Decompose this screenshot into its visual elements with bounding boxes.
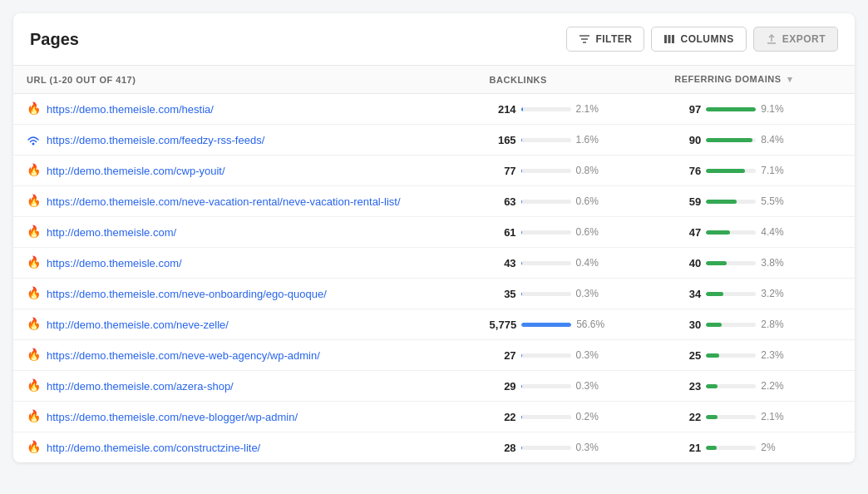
domains-bar-container — [706, 138, 756, 142]
domains-cell: 302.8% — [661, 309, 855, 340]
favicon-icon: 🔥 — [27, 195, 40, 208]
table-row: 🔥https://demo.themeisle.com/neve-blogger… — [13, 402, 855, 432]
favicon-icon: 🔥 — [27, 348, 40, 362]
url-cell: 🔥https://demo.themeisle.com/neve-onboard… — [13, 279, 476, 309]
col-header-domains[interactable]: REFERRING DOMAINS ▾ — [661, 66, 855, 94]
backlinks-number: 61 — [490, 226, 516, 239]
url-link[interactable]: https://demo.themeisle.com/neve-vacation… — [47, 195, 401, 208]
backlinks-pct: 0.3% — [576, 349, 606, 361]
backlinks-bar-container — [521, 261, 571, 265]
table-row: 🔥https://demo.themeisle.com/430.4%403.8% — [13, 248, 855, 279]
favicon-icon: 🔥 — [27, 102, 40, 116]
domains-bar-container — [706, 261, 756, 265]
domains-number: 59 — [674, 195, 701, 208]
backlinks-pct: 0.6% — [576, 195, 606, 207]
favicon-icon: 🔥 — [27, 441, 40, 454]
backlinks-bar-container — [521, 138, 571, 142]
domains-bar-fill — [706, 292, 723, 296]
domains-cell: 403.8% — [661, 248, 855, 279]
backlinks-number: 35 — [490, 288, 516, 300]
url-link[interactable]: http://demo.themeisle.com/ — [47, 226, 176, 239]
table-header: URL (1-20 OUT OF 417) BACKLINKS REFERRIN… — [13, 66, 855, 94]
backlinks-bar-fill — [521, 323, 571, 327]
domains-number: 21 — [674, 442, 701, 454]
domains-pct: 2% — [761, 442, 791, 453]
svg-rect-4 — [668, 35, 671, 43]
backlinks-cell: 280.3% — [476, 432, 662, 463]
table-row: 🔥https://demo.themeisle.com/neve-web-age… — [13, 340, 855, 371]
backlinks-bar-fill — [521, 169, 522, 173]
backlinks-pct: 0.3% — [576, 380, 606, 392]
col-header-url: URL (1-20 OUT OF 417) — [13, 66, 476, 94]
url-cell: 🔥http://demo.themeisle.com/ — [13, 217, 476, 248]
domains-bar-container — [706, 200, 756, 204]
backlinks-pct: 0.8% — [576, 165, 606, 176]
url-link[interactable]: https://demo.themeisle.com/ — [47, 257, 182, 269]
url-link[interactable]: http://demo.themeisle.com/azera-shop/ — [47, 380, 234, 393]
favicon-icon: 🔥 — [27, 164, 40, 177]
backlinks-cell: 5,77556.6% — [476, 309, 662, 340]
domains-pct: 2.2% — [761, 380, 791, 392]
url-link[interactable]: http://demo.themeisle.com/constructzine-… — [47, 442, 260, 454]
domains-number: 76 — [674, 165, 701, 177]
backlinks-pct: 2.1% — [576, 103, 606, 115]
domains-bar-fill — [706, 200, 736, 204]
backlinks-number: 27 — [490, 349, 516, 362]
domains-bar-fill — [706, 353, 718, 358]
url-link[interactable]: https://demo.themeisle.com/neve-blogger/… — [47, 411, 298, 423]
backlinks-bar-container — [521, 415, 571, 419]
url-link[interactable]: https://demo.themeisle.com/neve-onboardi… — [47, 288, 327, 300]
domains-cell: 232.2% — [661, 371, 855, 402]
domains-number: 23 — [674, 380, 701, 393]
filter-button[interactable]: FILTER — [566, 27, 644, 52]
favicon-icon: 🔥 — [27, 256, 40, 269]
domains-cell: 252.3% — [661, 340, 855, 371]
backlinks-pct: 0.2% — [576, 411, 606, 422]
domains-number: 47 — [674, 226, 701, 239]
domains-cell: 767.1% — [661, 156, 855, 186]
favicon-icon: 🔥 — [27, 287, 40, 300]
table-row: 🔥https://demo.themeisle.com/neve-vacatio… — [13, 186, 855, 217]
url-link[interactable]: http://demo.themeisle.com/cwp-youit/ — [47, 165, 225, 177]
columns-icon — [663, 33, 675, 45]
domains-cell: 474.4% — [661, 217, 855, 248]
toolbar: FILTER COLUMNS EXPORT — [566, 27, 838, 52]
domains-bar-container — [706, 384, 756, 388]
domains-bar-fill — [706, 446, 717, 450]
domains-cell: 979.1% — [661, 94, 855, 125]
col-header-backlinks: BACKLINKS — [476, 66, 662, 94]
backlinks-number: 165 — [490, 134, 516, 146]
backlinks-bar-fill — [521, 230, 522, 235]
domains-number: 90 — [674, 134, 701, 146]
url-link[interactable]: https://demo.themeisle.com/neve-web-agen… — [47, 349, 320, 362]
backlinks-pct: 0.6% — [576, 226, 606, 238]
domains-pct: 2.1% — [761, 411, 791, 422]
favicon-icon: 🔥 — [27, 318, 40, 331]
export-button[interactable]: EXPORT — [753, 27, 838, 52]
backlinks-bar-container — [521, 323, 571, 327]
url-link[interactable]: https://demo.themeisle.com/hestia/ — [47, 103, 214, 116]
backlinks-number: 29 — [490, 380, 516, 393]
url-link[interactable]: https://demo.themeisle.com/feedzy-rss-fe… — [47, 134, 264, 146]
backlinks-pct: 56.6% — [576, 319, 606, 330]
backlinks-pct: 0.3% — [576, 288, 606, 299]
domains-bar-fill — [706, 138, 752, 142]
domains-bar-fill — [706, 107, 756, 111]
url-link[interactable]: http://demo.themeisle.com/neve-zelle/ — [47, 319, 229, 331]
backlinks-pct: 0.3% — [576, 442, 606, 453]
columns-button[interactable]: COLUMNS — [651, 27, 746, 52]
domains-bar-fill — [706, 169, 745, 173]
domains-pct: 3.2% — [761, 288, 791, 299]
domains-bar-fill — [706, 415, 718, 419]
backlinks-bar-container — [521, 446, 571, 450]
export-icon — [766, 33, 777, 45]
backlinks-cell: 630.6% — [476, 186, 662, 217]
domains-bar-fill — [706, 384, 718, 388]
domains-bar-container — [706, 415, 756, 419]
domains-pct: 2.8% — [761, 319, 791, 330]
domains-cell: 595.5% — [661, 186, 855, 217]
url-cell: 🔥https://demo.themeisle.com/neve-vacatio… — [13, 186, 476, 217]
backlinks-number: 5,775 — [490, 319, 517, 331]
url-cell: 🔥http://demo.themeisle.com/neve-zelle/ — [13, 309, 476, 340]
backlinks-cell: 430.4% — [476, 248, 662, 279]
